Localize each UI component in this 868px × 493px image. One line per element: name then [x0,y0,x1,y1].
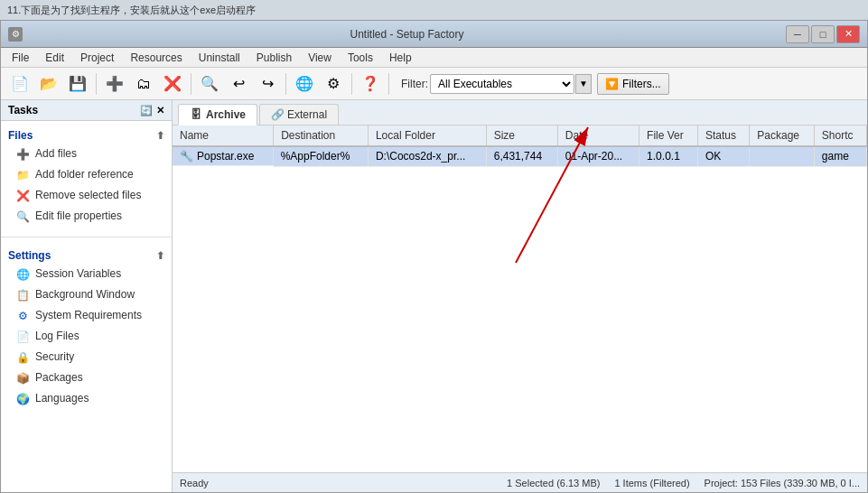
tb-help-button[interactable]: ❓ [357,71,384,97]
sidebar-divider [1,237,172,237]
session-variables-label: Session Variables [35,267,121,282]
add-files-label: Add files [35,147,77,162]
top-annotation: 11.下面是为了找到主程序，安装后就从这个exe启动程序 [0,0,868,20]
toolbar-separator-2 [191,73,191,95]
main-area: Tasks 🔄 ✕ Files ⬆ ➕ Add files 📁 A [1,100,867,492]
system-requirements-icon: ⚙ [15,310,30,324]
security-icon: 🔒 [15,351,30,366]
menu-edit[interactable]: Edit [38,50,71,66]
packages-label: Packages [35,371,83,386]
col-header-name[interactable]: Name [173,126,274,146]
toolbar-separator-5 [388,73,389,95]
remove-files-label: Remove selected files [35,189,141,203]
menu-help[interactable]: Help [382,50,419,66]
log-files-icon: 📄 [15,330,30,345]
col-header-package[interactable]: Package [750,126,815,146]
tb-folder-button[interactable]: 🗂 [130,71,157,97]
toolbar-separator-4 [351,73,352,95]
status-bar: Ready 1 Selected (6.13 MB) 1 Items (Filt… [173,472,867,492]
tb-add-button[interactable]: ➕ [101,71,128,97]
file-table: Name Destination Local Folder Size Date … [173,126,867,167]
sidebar-item-remove-files[interactable]: ❌ Remove selected files [1,186,172,207]
menu-view[interactable]: View [301,50,339,66]
sidebar-item-add-folder[interactable]: 📁 Add folder reference [1,165,172,186]
maximize-button[interactable]: □ [811,25,835,43]
menu-uninstall[interactable]: Uninstall [191,50,247,66]
sidebar-header-icons: 🔄 ✕ [140,105,164,116]
languages-icon: 🌍 [15,393,30,407]
menu-project[interactable]: Project [73,50,121,66]
filter-select[interactable]: All Executables All Files DLLs [430,74,574,94]
cell-size: 6,431,744 [486,146,557,166]
sidebar-item-add-files[interactable]: ➕ Add files [1,144,172,165]
sidebar-item-packages[interactable]: 📦 Packages [1,368,172,389]
security-label: Security [35,350,74,365]
menu-resources[interactable]: Resources [123,50,189,66]
toolbar-separator-3 [285,73,286,95]
archive-tab-icon: 🗄 [190,108,202,121]
cell-destination: %AppFolder% [274,146,369,166]
remove-files-icon: ❌ [15,190,30,204]
sidebar-item-system-requirements[interactable]: ⚙ System Requirements [1,306,172,327]
sidebar-close-icon[interactable]: ✕ [156,105,164,116]
menu-bar: File Edit Project Resources Uninstall Pu… [1,48,867,68]
minimize-button[interactable]: ─ [786,25,809,43]
files-section-header[interactable]: Files ⬆ [1,126,172,144]
tb-undo-button[interactable]: ↩ [225,71,252,97]
tb-find-button[interactable]: 🔍 [196,71,223,97]
tb-delete-button[interactable]: ❌ [159,71,186,97]
window-title: Untitled - Setup Factory [28,28,786,41]
tab-archive[interactable]: 🗄 Archive [178,104,257,126]
background-window-icon: 📋 [15,289,30,303]
status-items: 1 Items (Filtered) [614,478,689,488]
col-header-file-ver[interactable]: File Ver [639,126,698,146]
sidebar-title: Tasks [8,104,38,116]
cell-package [750,146,815,166]
sidebar-item-edit-properties[interactable]: 🔍 Edit file properties [1,207,172,228]
files-section-title: Files [8,129,33,142]
archive-tab-label: Archive [206,108,246,121]
menu-file[interactable]: File [5,50,36,66]
sidebar-item-session-variables[interactable]: 🌐 Session Variables [1,265,172,285]
files-section-chevron: ⬆ [156,130,164,142]
sidebar-item-log-files[interactable]: 📄 Log Files [1,327,172,348]
add-folder-icon: 📁 [15,169,30,183]
col-header-status[interactable]: Status [697,126,749,146]
system-requirements-label: System Requirements [35,309,142,323]
sidebar-refresh-icon[interactable]: 🔄 [140,105,153,116]
col-header-destination[interactable]: Destination [274,126,369,146]
add-files-icon: ➕ [15,148,30,163]
menu-publish[interactable]: Publish [249,50,299,66]
tab-external[interactable]: 🔗 External [259,104,339,125]
sidebar-item-background-window[interactable]: 📋 Background Window [1,285,172,306]
file-icon: 🔧 [180,150,193,163]
sidebar-header: Tasks 🔄 ✕ [1,100,172,121]
col-header-shortcut[interactable]: Shortc [814,126,866,146]
edit-properties-icon: 🔍 [15,210,30,225]
status-project: Project: 153 Files (339.30 MB, 0 I... [705,478,860,488]
filter-dropdown-arrow[interactable]: ▼ [575,74,592,94]
tb-save-button[interactable]: 💾 [64,71,91,97]
tb-settings-button[interactable]: ⚙ [320,71,347,97]
sidebar-item-languages[interactable]: 🌍 Languages [1,389,172,410]
cell-file-ver: 1.0.0.1 [639,146,698,166]
settings-section-header[interactable]: Settings ⬆ [1,246,172,265]
cell-status: OK [697,146,749,166]
tb-open-button[interactable]: 📂 [35,71,62,97]
tb-redo-button[interactable]: ↪ [254,71,281,97]
col-header-size[interactable]: Size [486,126,557,146]
sidebar-item-security[interactable]: 🔒 Security [1,348,172,368]
status-ready: Ready [180,478,209,488]
background-window-label: Background Window [35,288,135,302]
col-header-local-folder[interactable]: Local Folder [368,126,486,146]
tb-new-button[interactable]: 📄 [6,71,33,97]
filters-button[interactable]: 🔽 Filters... [597,73,669,95]
close-button[interactable]: ✕ [836,25,860,43]
file-table-scroll[interactable]: Name Destination Local Folder Size Date … [173,126,867,472]
menu-tools[interactable]: Tools [341,50,380,66]
table-row[interactable]: 🔧 Popstar.exe %AppFolder% D:\Cocos2d-x_p… [173,146,867,166]
col-header-date[interactable]: Date [557,126,639,146]
tab-bar: 🗄 Archive 🔗 External [173,100,867,126]
status-selected: 1 Selected (6.13 MB) [507,478,600,488]
tb-web-button[interactable]: 🌐 [291,71,318,97]
